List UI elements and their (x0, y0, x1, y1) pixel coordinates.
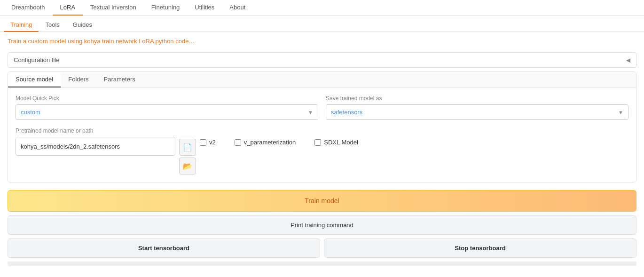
sdxl-label: SDXL Model (324, 139, 358, 146)
model-selects-row: Model Quick Pick custom SD 1.5 SD 2.0 SD… (16, 95, 628, 120)
sub-tab-tools[interactable]: Tools (39, 18, 66, 32)
sdxl-checkbox-label[interactable]: SDXL Model (314, 139, 358, 146)
start-tensorboard-button[interactable]: Start tensorboard (8, 238, 320, 258)
stop-tensorboard-button[interactable]: Stop tensorboard (324, 238, 636, 258)
pretrain-row: Pretrained model name or path kohya_ss/m… (16, 127, 628, 174)
folder-icon-button[interactable]: 📂 (179, 158, 196, 174)
panel-tabs: Source model Folders Parameters (8, 72, 636, 87)
pretrained-model-field: Pretrained model name or path kohya_ss/m… (16, 127, 175, 156)
sdxl-checkbox[interactable] (314, 139, 321, 146)
tab-finetuning[interactable]: Finetuning (144, 0, 188, 16)
tab-dreambooth[interactable]: Dreambooth (4, 0, 53, 16)
sub-tab-guides[interactable]: Guides (66, 18, 99, 32)
v-param-label: v_parameterization (244, 139, 296, 146)
sub-tab-training[interactable]: Training (4, 18, 39, 32)
save-trained-model-col: Save trained model as safetensors ckpt p… (326, 95, 628, 120)
scroll-hint (8, 261, 636, 266)
panel-tab-source-model[interactable]: Source model (8, 72, 61, 87)
model-quick-pick-col: Model Quick Pick custom SD 1.5 SD 2.0 SD… (16, 95, 318, 120)
file-icon-button[interactable]: 📄 (179, 139, 196, 156)
v2-checkbox-label[interactable]: v2 (200, 139, 216, 146)
v2-checkbox[interactable] (200, 139, 206, 146)
model-quick-pick-wrapper[interactable]: custom SD 1.5 SD 2.0 SD 2.1 SDXL ▼ (16, 104, 318, 120)
file-icon: 📄 (183, 143, 192, 152)
save-trained-model-wrapper[interactable]: safetensors ckpt pt ▼ (326, 104, 628, 120)
pretrained-model-value: kohya_ss/models/2dn_2.safetensors (21, 143, 120, 150)
config-file-bar[interactable]: Configuration file ◀ (8, 52, 636, 68)
tensorboard-buttons: Start tensorboard Stop tensorboard (8, 238, 636, 258)
save-trained-model-label: Save trained model as (326, 95, 628, 102)
panel-tab-parameters[interactable]: Parameters (96, 72, 143, 87)
model-quick-pick-select[interactable]: custom SD 1.5 SD 2.0 SD 2.1 SDXL (16, 105, 318, 119)
config-arrow-icon: ◀ (626, 57, 630, 63)
panel-tab-folders[interactable]: Folders (61, 72, 96, 87)
sub-nav: Training Tools Guides (0, 16, 644, 32)
panel-content: Model Quick Pick custom SD 1.5 SD 2.0 SD… (8, 87, 636, 182)
pretrained-model-label: Pretrained model name or path (16, 127, 175, 134)
train-model-button[interactable]: Train model (8, 190, 636, 212)
info-text: Train a custom model using kohya train n… (0, 32, 644, 50)
config-file-label: Configuration file (14, 56, 60, 63)
tab-lora[interactable]: LoRA (53, 0, 83, 16)
folder-icon: 📂 (183, 162, 192, 171)
pretrained-model-input[interactable]: kohya_ss/models/2dn_2.safetensors (16, 137, 175, 156)
tab-textual-inversion[interactable]: Textual Inversion (83, 0, 144, 16)
model-path-buttons: 📄 📂 (179, 139, 196, 174)
v-param-checkbox-label[interactable]: v_parameterization (235, 139, 296, 146)
v-param-checkbox[interactable] (235, 139, 241, 146)
tab-about[interactable]: About (222, 0, 253, 16)
top-nav: Dreambooth LoRA Textual Inversion Finetu… (0, 0, 644, 16)
buttons-area: Train model Print training command Start… (8, 190, 636, 258)
checkbox-group: v2 v_parameterization SDXL Model (200, 139, 358, 146)
save-trained-model-select[interactable]: safetensors ckpt pt (326, 105, 628, 119)
source-model-panel: Source model Folders Parameters Model Qu… (8, 71, 636, 182)
print-command-button[interactable]: Print training command (8, 215, 636, 235)
v2-label: v2 (209, 139, 216, 146)
tab-utilities[interactable]: Utilities (187, 0, 222, 16)
model-quick-pick-label: Model Quick Pick (16, 95, 318, 102)
